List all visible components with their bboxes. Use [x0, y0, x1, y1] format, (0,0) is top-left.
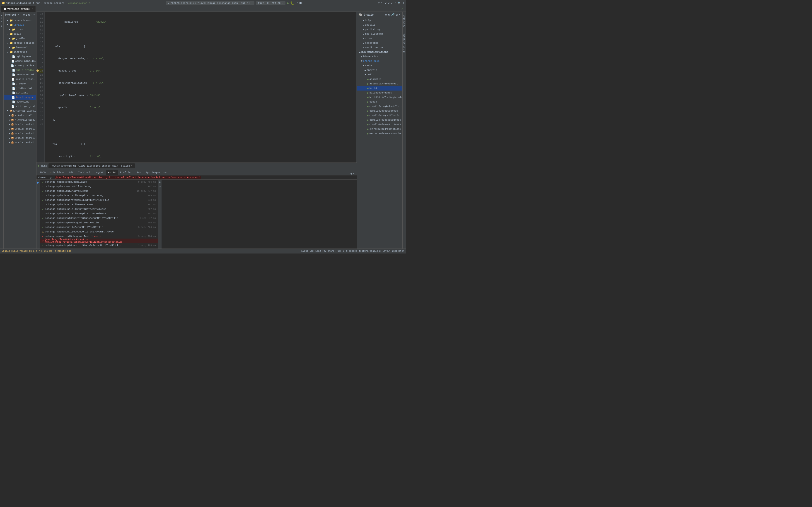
close-panel-icon[interactable]: × — [353, 172, 354, 175]
gradle-item-publishing[interactable]: ▶ publishing — [357, 27, 402, 32]
sidebar-item-settings-gradle[interactable]: ▶📄settings.gradle.kts — [4, 104, 36, 109]
code-editor[interactable]: 11 12 13 14 15 16 17 18 19 20 21 22 23 2… — [37, 12, 357, 163]
tab-run[interactable]: Run — [134, 170, 143, 175]
build-item-8[interactable]: ✓ :change-mpin:kaptGenerateStubsDebugUni… — [40, 216, 158, 220]
sidebar-item-idea[interactable]: ▶📁.idea — [4, 27, 36, 32]
filter-icon[interactable]: ⚙ — [159, 181, 161, 183]
run-bar-icon[interactable]: ▶ — [38, 164, 40, 167]
sidebar-item-activity-2[interactable]: ▶📦Gradle: androidx.activity:activity:1.2… — [4, 127, 36, 131]
sidebar-item-azuredevops[interactable]: ▶📁.azuredevops — [4, 18, 36, 23]
build-item-4[interactable]: ✓ :change-mpin:generateDebugUnitTestStub… — [40, 198, 158, 202]
build-item-1[interactable]: ✓ :change-mpin:createFullJarDebug 107 ms — [40, 184, 158, 189]
run-button[interactable]: ▶ — [287, 1, 289, 5]
sidebar-item-gradle-scripts[interactable]: ▶📁gradle-scripts — [4, 41, 36, 45]
tab-app-inspection[interactable]: App Inspection — [143, 170, 169, 175]
sidebar-item-android-jdk[interactable]: ▶📦< Android Studio default JDK > — [4, 118, 36, 122]
build-item-14[interactable]: ✓ :change-mpin:kaptGenerateStubsReleaseU… — [40, 243, 158, 247]
run-tab[interactable]: P03673-android-ui-flows:libraries:change… — [48, 163, 135, 168]
build-item-12[interactable]: ✗ :change-mpin:testDebugUnitTest 1 error… — [40, 234, 158, 238]
undo-icon[interactable]: ↩ — [395, 2, 396, 5]
sidebar-refresh-icon[interactable]: ↻ — [26, 13, 27, 16]
tab-todo[interactable]: TODO — [37, 170, 48, 175]
gradle-item-change-mpin[interactable]: ▼ change-mpin — [357, 59, 402, 63]
sidebar-item-azure-pipelines[interactable]: ▶📄azure-pipelines.yml — [4, 59, 36, 63]
gradle-close-icon[interactable]: × — [399, 13, 401, 16]
gradle-item-compile-debug-android[interactable]: ▶ compileDebugAndroidTes... — [357, 104, 402, 109]
gradle-item-help[interactable]: ▶ help — [357, 18, 402, 23]
sidebar-item-gradle-properties[interactable]: ▶📄gradle.properties — [4, 77, 36, 81]
gradle-item-compile-release-unit[interactable]: ▶ compileReleaseUnitTestS... — [357, 122, 402, 127]
checkmark-icon[interactable]: ✓ — [401, 7, 403, 11]
build-item-9[interactable]: ✓ :change-mpin:kaptDebugUnitTestKotlin 5… — [40, 220, 158, 225]
git-icon[interactable]: Git: ✓ ✓ ✓ — [378, 2, 393, 5]
sidebar-item-gradle-dir[interactable]: ▶📁gradle — [4, 36, 36, 41]
tab-versions-gradle[interactable]: 📄 versions.gradle × — [1, 6, 36, 12]
gradle-item-tpa-platform[interactable]: ▶ tpa platform — [357, 32, 402, 36]
tab-terminal[interactable]: Terminal — [76, 170, 92, 175]
gradle-item-build-dependents[interactable]: ▶ buildDependents — [357, 91, 402, 95]
build-item-6[interactable]: ✓ :change-mpin:bundleLibRuntimeToJarRele… — [40, 207, 158, 211]
sidebar-item-build-gradle[interactable]: ▶📄build.gradle — [4, 68, 36, 72]
gradle-item-tasks[interactable]: ▼ Tasks — [357, 63, 402, 68]
gradle-item-assemble[interactable]: ▶ assemble — [357, 77, 402, 81]
code-lines[interactable]: handlerpu : '2.3.1', tools : [ dexguardG… — [45, 12, 356, 163]
encoding-indicator[interactable]: UTF-8 — [338, 250, 344, 252]
expand-icon[interactable]: ⇅ — [351, 172, 352, 175]
gradle-item-extract-debug[interactable]: ▶ extractDebugAnnotations — [357, 127, 402, 131]
gradle-item-android-tasks[interactable]: ▶ android — [357, 68, 402, 72]
gradle-refresh-icon[interactable]: ↻ — [388, 13, 390, 16]
gradle-item-clean[interactable]: ▶ clean — [357, 100, 402, 104]
gradle-item-biometrics[interactable]: ▶ biometrics — [357, 54, 402, 59]
build-item-3[interactable]: ✓ :change-mpin:bundleLibCompileToJarDebu… — [40, 193, 158, 198]
event-log-btn[interactable]: Event Log — [301, 250, 314, 252]
gradle-item-extract-release[interactable]: ▶ extractReleaseAnnotation — [357, 131, 402, 136]
sidebar-settings-icon[interactable]: ⚙ — [23, 13, 25, 16]
sidebar-item-annotation-2[interactable]: ▶📦Gradle: androidx.annotation:annotation… — [4, 140, 36, 145]
sidebar-item-android-api[interactable]: ▶📦< Android API 30 Platform > — [4, 113, 36, 118]
build-item-10[interactable]: ✓ :change-mpin:compileDebugUnitTestKotli… — [40, 225, 158, 229]
run-tab-close[interactable]: × — [131, 165, 133, 167]
build-config-dropdown[interactable]: ▶ P03673-android-ui-flows:libraries:chan… — [166, 1, 254, 5]
sidebar-item-gradle[interactable]: ▼📁.gradle — [4, 23, 36, 27]
gradle-item-compile-debug-unit[interactable]: ▶ compileDebugUnitTestSo... — [357, 113, 402, 118]
position-indicator[interactable]: 1:12 (97 chars) — [315, 250, 336, 252]
sidebar-item-activity-1[interactable]: ▶📦Gradle: androidx.activity:activity:1.1… — [4, 122, 36, 127]
gradle-item-assemble-android-test[interactable]: ▶ assembleAndroidTest — [357, 81, 402, 86]
tab-build[interactable]: Build — [106, 170, 118, 175]
sidebar-item-gradlew[interactable]: ▶📄gradlew — [4, 81, 36, 86]
stop-button[interactable]: ⏹ — [299, 1, 302, 5]
sidebar-item-azure-publish[interactable]: ▶📄azure-pipelines-publish-snapshot.yml — [4, 63, 36, 68]
device-selector[interactable]: Pixel XL API 30 ▾ — [256, 1, 285, 5]
build-item-error[interactable]: ☞ java.lang.ClassNotFoundException: jdk.… — [40, 238, 158, 243]
build-item-5[interactable]: ✓ :change-mpin:bundleLibResRelease 161 m… — [40, 202, 158, 207]
tab-git[interactable]: Git — [67, 170, 76, 175]
sidebar-expand-icon[interactable]: ⇅ — [28, 13, 30, 16]
coverage-button[interactable]: 🛡 — [295, 1, 298, 5]
structure-label[interactable]: Structure — [0, 14, 3, 28]
gradle-item-verification[interactable]: ▶ verification — [357, 45, 402, 50]
gradle-item-build-kotlin-tooling[interactable]: ▶ buildKotlinToolingMetadata — [357, 95, 402, 100]
build-variants-label[interactable]: Build Variants — [403, 33, 406, 53]
gradle-item-other[interactable]: ▶ other — [357, 36, 402, 41]
sidebar-item-external-libs[interactable]: ▼📦External Libraries — [4, 109, 36, 113]
sidebar-item-local-properties[interactable]: ▶📄local.properties — [4, 95, 36, 100]
sidebar-item-gradlew-bat[interactable]: ▶📄gradlew.bat — [4, 86, 36, 91]
search-icon[interactable]: 🔍 — [398, 2, 401, 5]
sidebar-item-internal[interactable]: ▶📁internal — [4, 45, 36, 50]
indent-indicator[interactable]: 8 spaces — [346, 250, 357, 252]
gradle-item-build[interactable]: ▶ build — [357, 86, 402, 91]
gradle-settings-icon[interactable]: ⚙ — [385, 13, 387, 16]
sidebar-item-changelog[interactable]: ▶📄CHANGELOG.md — [4, 72, 36, 77]
debug-button[interactable]: 🐛 — [290, 1, 294, 5]
settings-icon[interactable]: ⚙ — [403, 2, 404, 5]
gradle-item-compile-debug-sources[interactable]: ▶ compileDebugSources — [357, 109, 402, 113]
breadcrumb-project[interactable]: P03673-android-ui-flows — [6, 2, 40, 5]
gradle-item-install[interactable]: ▶ install — [357, 23, 402, 27]
favorites-label[interactable]: Favorites — [403, 14, 406, 28]
gradle-expand-icon[interactable]: ⊞ — [396, 13, 398, 16]
gradle-item-run-configs[interactable]: ▶ Run Configurations — [357, 50, 402, 54]
wrap-icon[interactable]: ↩ — [159, 185, 161, 188]
sidebar-item-libraries[interactable]: ▶📁libraries — [4, 50, 36, 54]
sidebar-item-lint-xml[interactable]: ▶📄lint.xml — [4, 91, 36, 95]
tab-logcat[interactable]: Logcat — [92, 170, 106, 175]
